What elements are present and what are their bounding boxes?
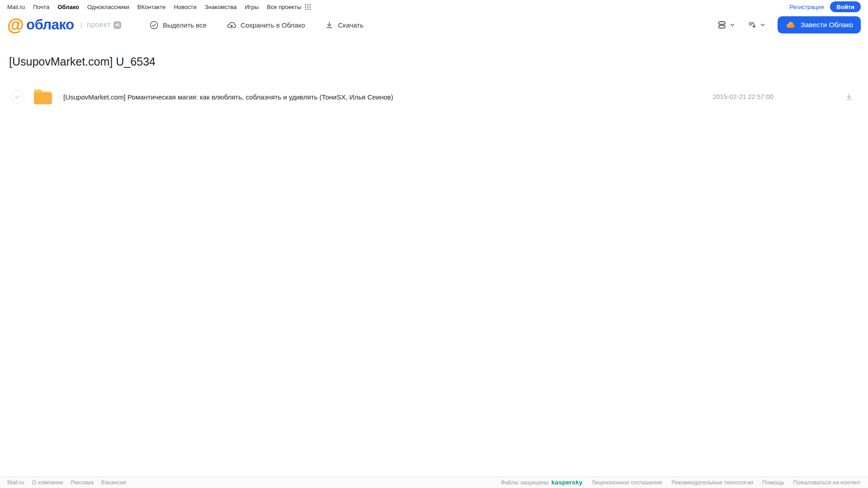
file-name[interactable]: [UsupovMarket.com] Романтическая магия: … — [63, 93, 393, 101]
footer-link-help[interactable]: Помощь — [762, 479, 784, 486]
nav-link-odnoklassniki[interactable]: Одноклассники — [87, 4, 129, 10]
sort-dropdown[interactable] — [747, 20, 766, 30]
kaspersky-protected: Файлы защищены kaspersky — [501, 479, 583, 486]
view-mode-dropdown[interactable] — [717, 20, 735, 30]
nav-link-novosti[interactable]: Новости — [174, 4, 196, 10]
apps-grid-icon[interactable] — [305, 4, 311, 10]
check-circle-icon — [149, 20, 159, 30]
footer-right-links: Файлы защищены kaspersky Лицензионное со… — [501, 479, 861, 486]
chevron-down-icon — [729, 22, 735, 28]
footer-link-jobs[interactable]: Вакансии — [101, 479, 126, 486]
nav-link-vkontakte[interactable]: ВКонтакте — [138, 4, 166, 10]
check-icon — [14, 93, 21, 100]
cloud-icon — [785, 19, 796, 30]
header: @ облако | проект vk Выделить все Сохран… — [0, 13, 868, 37]
row-download-icon[interactable] — [844, 92, 854, 101]
protected-text: Файлы защищены — [501, 479, 549, 486]
vk-badge-icon: vk — [114, 21, 121, 29]
row-checkbox[interactable] — [11, 90, 24, 104]
footer-left-links: Mail.ru О компании Реклама Вакансии — [7, 479, 126, 486]
toolbar: Выделить все Сохранить в Облако Скачать — [149, 20, 364, 30]
create-cloud-label: Завести Облако — [801, 21, 853, 29]
portal-links: Mail.ru Почта Облако Одноклассники ВКонт… — [7, 4, 301, 10]
logo-divider: | — [80, 20, 82, 29]
cloud-upload-icon — [227, 20, 237, 30]
mailru-at-icon: @ — [7, 16, 24, 33]
kaspersky-logo[interactable]: kaspersky — [551, 479, 583, 486]
logo-wordmark: облако — [26, 17, 74, 33]
footer-link-recommendations[interactable]: Рекомендательные технологии — [671, 479, 753, 486]
save-to-cloud-label: Сохранить в Облако — [241, 21, 305, 29]
download-icon — [325, 20, 334, 29]
nav-link-mailru[interactable]: Mail.ru — [7, 4, 25, 10]
footer: Mail.ru О компании Реклама Вакансии Файл… — [0, 476, 868, 488]
nav-link-pochta[interactable]: Почта — [33, 4, 49, 10]
cloud-logo[interactable]: @ облако | проект vk — [7, 16, 121, 33]
file-row[interactable]: [UsupovMarket.com] Романтическая магия: … — [0, 86, 868, 107]
file-date: 2015-02-21 22:57:00 — [712, 93, 773, 100]
project-label: проект — [87, 21, 111, 29]
download-button[interactable]: Скачать — [325, 20, 363, 29]
select-all-label: Выделить все — [163, 21, 207, 29]
footer-link-license[interactable]: Лицензионное соглашение — [592, 479, 663, 486]
nav-link-igry[interactable]: Игры — [245, 4, 259, 10]
footer-link-mailru[interactable]: Mail.ru — [7, 479, 24, 486]
chevron-down-icon — [759, 22, 766, 28]
list-view-icon — [717, 20, 727, 30]
nav-link-znakomstva[interactable]: Знакомства — [204, 4, 237, 10]
folder-icon — [33, 88, 53, 106]
footer-link-ads[interactable]: Реклама — [71, 479, 93, 486]
select-all-button[interactable]: Выделить все — [149, 20, 207, 30]
login-button[interactable]: Войти — [830, 1, 861, 12]
footer-link-report[interactable]: Пожаловаться на контент — [793, 479, 861, 486]
download-label: Скачать — [338, 21, 363, 29]
nav-link-oblako[interactable]: Облако — [57, 4, 79, 10]
create-cloud-button[interactable]: Завести Облако — [778, 16, 861, 33]
footer-link-about[interactable]: О компании — [32, 479, 63, 486]
top-nav: Mail.ru Почта Облако Одноклассники ВКонт… — [0, 0, 868, 13]
registration-link[interactable]: Регистрация — [789, 4, 824, 10]
sort-icon — [747, 20, 757, 30]
save-to-cloud-button[interactable]: Сохранить в Облако — [227, 20, 305, 30]
page-title: [UsupovMarket.com] U_6534 — [9, 55, 868, 68]
nav-link-vse-proekty[interactable]: Все проекты — [267, 4, 301, 10]
